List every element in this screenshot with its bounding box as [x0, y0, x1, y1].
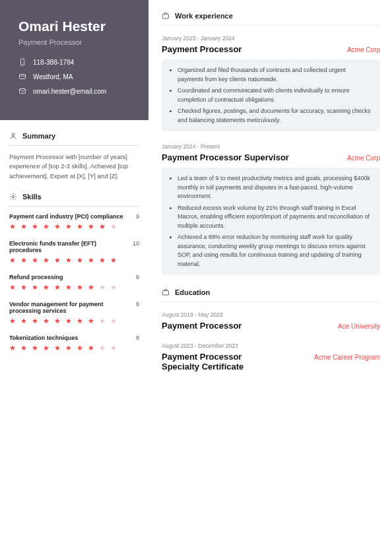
education-icon	[162, 288, 170, 296]
email-icon	[18, 87, 26, 95]
star-icon: ★	[77, 222, 83, 231]
summary-text: Payment Processor with [number of years]…	[9, 152, 139, 181]
skill-name: Tokenization techniques	[9, 335, 83, 341]
star-icon: ★	[32, 283, 38, 292]
star-icon: ★	[32, 317, 38, 325]
entry-org: Ace University	[338, 323, 380, 330]
star-icon: ★	[65, 256, 72, 265]
skill-item: Electronic funds transfer (EFT) procedur…	[9, 240, 139, 265]
star-icon: ★	[20, 344, 27, 352]
star-icon: ★	[32, 222, 38, 231]
svg-rect-0	[21, 59, 24, 65]
education-entries: August 2019 - May 2023Payment ProcessorA…	[162, 311, 380, 372]
star-icon: ★	[110, 283, 117, 292]
education-entry: August 2019 - May 2023Payment ProcessorA…	[162, 311, 380, 331]
skill-stars: ★★★★★★★★★★	[9, 317, 139, 325]
star-icon: ★	[43, 283, 49, 292]
star-icon: ★	[99, 222, 106, 231]
star-icon: ★	[99, 317, 106, 325]
star-icon: ★	[20, 222, 27, 231]
briefcase-icon	[162, 12, 170, 20]
star-icon: ★	[77, 256, 83, 265]
entry-dates: August 2019 - May 2023	[162, 311, 380, 318]
star-icon: ★	[110, 222, 117, 231]
star-icon: ★	[77, 317, 83, 325]
star-icon: ★	[88, 317, 94, 325]
star-icon: ★	[32, 344, 38, 352]
skill-item: Refund processing8★★★★★★★★★★	[9, 274, 139, 292]
email-text: omari.hester@email.com	[33, 88, 106, 95]
star-icon: ★	[65, 317, 72, 325]
skills-heading-text: Skills	[22, 193, 42, 201]
contact-phone: 118-388-1784	[18, 58, 135, 66]
svg-rect-8	[163, 291, 169, 296]
person-name: Omari Hester	[18, 18, 135, 34]
star-icon: ★	[54, 283, 61, 292]
bullet-item: Reduced excess work volume by 21% throug…	[178, 204, 372, 231]
star-icon: ★	[88, 256, 94, 265]
work-heading: Work experience	[162, 12, 380, 26]
phone-icon	[18, 58, 26, 66]
star-icon: ★	[43, 344, 49, 352]
star-icon: ★	[99, 256, 106, 265]
star-icon: ★	[54, 344, 61, 352]
star-icon: ★	[77, 344, 83, 352]
star-icon: ★	[110, 256, 117, 265]
work-entry: January 2023 - January 2024Payment Proce…	[162, 35, 380, 131]
location-text: Westford, MA	[33, 73, 73, 81]
entry-title: Payment Processor Specialty Certificate	[162, 352, 280, 372]
entry-dates: January 2023 - January 2024	[162, 35, 380, 42]
skill-stars: ★★★★★★★★★★	[9, 344, 139, 352]
star-icon: ★	[99, 344, 106, 352]
education-heading: Education	[162, 288, 380, 302]
bullet-item: Checked figures, postings, and documents…	[178, 107, 372, 125]
summary-heading-text: Summary	[22, 132, 55, 140]
svg-rect-4	[20, 89, 26, 94]
skill-stars: ★★★★★★★★★★	[9, 256, 139, 265]
education-heading-text: Education	[175, 288, 210, 296]
entry-bullets: Organized and filed thousands of contrac…	[162, 59, 380, 131]
skill-rating: 8	[136, 301, 139, 308]
skill-name: Vendor management for payment processing…	[9, 301, 136, 314]
bullet-item: Led a team of 9 to meet productivity met…	[178, 174, 372, 201]
star-icon: ★	[43, 222, 49, 231]
phone-text: 118-388-1784	[33, 59, 74, 66]
svg-rect-7	[163, 15, 169, 19]
star-icon: ★	[43, 256, 49, 265]
location-icon	[18, 73, 26, 81]
star-icon: ★	[65, 283, 72, 292]
entry-dates: January 2024 - Present	[162, 143, 380, 150]
right-column: Work experience January 2023 - January 2…	[148, 0, 392, 553]
star-icon: ★	[65, 222, 72, 231]
star-icon: ★	[9, 222, 16, 231]
contacts: 118-388-1784 Westford, MA omari.hester@e…	[18, 58, 135, 95]
star-icon: ★	[54, 222, 61, 231]
star-icon: ★	[9, 317, 16, 325]
skill-stars: ★★★★★★★★★★	[9, 283, 139, 292]
entry-org: Acme Career Program	[314, 354, 380, 361]
svg-rect-2	[20, 75, 26, 79]
education-entry: August 2023 - December 2023Payment Proce…	[162, 342, 380, 372]
entry-title: Payment Processor Supervisor	[162, 152, 289, 162]
star-icon: ★	[77, 283, 83, 292]
star-icon: ★	[20, 256, 27, 265]
summary-heading: Summary	[9, 132, 139, 146]
entry-org: Acme Corp	[347, 154, 380, 162]
skill-item: Vendor management for payment processing…	[9, 301, 139, 325]
star-icon: ★	[32, 256, 38, 265]
skill-item: Tokenization techniques8★★★★★★★★★★	[9, 335, 139, 352]
bullet-item: Coordinated and communicated with client…	[178, 86, 372, 104]
entry-title: Payment Processor	[162, 44, 242, 54]
entry-dates: August 2023 - December 2023	[162, 342, 380, 349]
star-icon: ★	[65, 344, 72, 352]
skill-rating: 8	[136, 335, 139, 341]
contact-email: omari.hester@email.com	[18, 87, 135, 95]
left-column: Omari Hester Payment Processor 118-388-1…	[0, 0, 148, 553]
star-icon: ★	[9, 283, 16, 292]
star-icon: ★	[9, 256, 16, 265]
entry-title: Payment Processor	[162, 321, 242, 331]
skills-heading: Skills	[9, 193, 139, 207]
star-icon: ★	[88, 222, 94, 231]
bullet-item: Organized and filed thousands of contrac…	[178, 66, 372, 84]
skill-rating: 9	[136, 213, 139, 220]
